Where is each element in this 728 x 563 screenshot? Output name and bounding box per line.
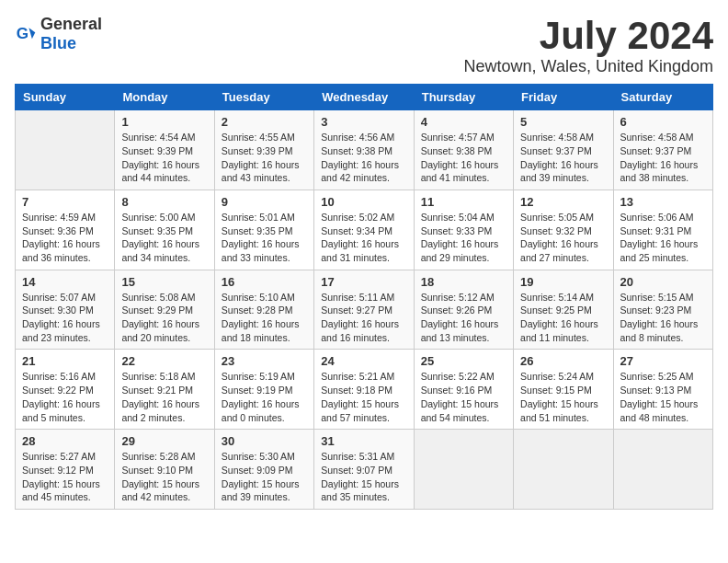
day-number: 4 — [421, 115, 506, 129]
day-info: Sunrise: 5:11 AM Sunset: 9:27 PM Dayligh… — [321, 291, 406, 345]
calendar-cell: 18Sunrise: 5:12 AM Sunset: 9:26 PM Dayli… — [414, 270, 513, 350]
day-info: Sunrise: 5:01 AM Sunset: 9:35 PM Dayligh… — [222, 211, 307, 265]
calendar-cell: 4Sunrise: 4:57 AM Sunset: 9:38 PM Daylig… — [414, 110, 513, 190]
day-number: 17 — [321, 275, 406, 289]
calendar-cell: 10Sunrise: 5:02 AM Sunset: 9:34 PM Dayli… — [314, 190, 414, 270]
day-info: Sunrise: 5:28 AM Sunset: 9:10 PM Dayligh… — [121, 450, 207, 504]
calendar-cell: 31Sunrise: 5:31 AM Sunset: 9:07 PM Dayli… — [314, 430, 414, 510]
calendar-cell: 21Sunrise: 5:16 AM Sunset: 9:22 PM Dayli… — [16, 350, 115, 430]
day-number: 31 — [321, 434, 406, 448]
day-number: 30 — [222, 434, 307, 448]
day-header-sunday: Sunday — [16, 85, 115, 110]
calendar-cell — [613, 430, 712, 510]
calendar-cell: 28Sunrise: 5:27 AM Sunset: 9:12 PM Dayli… — [16, 430, 115, 510]
day-header-monday: Monday — [115, 85, 214, 110]
calendar-cell: 25Sunrise: 5:22 AM Sunset: 9:16 PM Dayli… — [414, 350, 513, 430]
day-info: Sunrise: 5:18 AM Sunset: 9:21 PM Dayligh… — [121, 370, 207, 424]
calendar-cell: 12Sunrise: 5:05 AM Sunset: 9:32 PM Dayli… — [514, 190, 613, 270]
day-info: Sunrise: 5:19 AM Sunset: 9:19 PM Dayligh… — [222, 370, 307, 424]
calendar-cell: 13Sunrise: 5:06 AM Sunset: 9:31 PM Dayli… — [613, 190, 712, 270]
calendar-week-row: 28Sunrise: 5:27 AM Sunset: 9:12 PM Dayli… — [16, 430, 713, 510]
day-info: Sunrise: 5:05 AM Sunset: 9:32 PM Dayligh… — [520, 211, 606, 265]
calendar-cell: 8Sunrise: 5:00 AM Sunset: 9:35 PM Daylig… — [115, 190, 214, 270]
day-number: 8 — [121, 195, 207, 209]
calendar-cell: 7Sunrise: 4:59 AM Sunset: 9:36 PM Daylig… — [16, 190, 115, 270]
day-info: Sunrise: 4:56 AM Sunset: 9:38 PM Dayligh… — [321, 131, 406, 185]
svg-text:G: G — [17, 24, 28, 42]
calendar-cell: 26Sunrise: 5:24 AM Sunset: 9:15 PM Dayli… — [514, 350, 613, 430]
calendar-cell: 22Sunrise: 5:18 AM Sunset: 9:21 PM Dayli… — [115, 350, 214, 430]
calendar-week-row: 14Sunrise: 5:07 AM Sunset: 9:30 PM Dayli… — [16, 270, 713, 350]
day-info: Sunrise: 5:02 AM Sunset: 9:34 PM Dayligh… — [321, 211, 406, 265]
day-info: Sunrise: 4:59 AM Sunset: 9:36 PM Dayligh… — [22, 211, 108, 265]
day-info: Sunrise: 5:00 AM Sunset: 9:35 PM Dayligh… — [121, 211, 207, 265]
day-number: 29 — [121, 434, 207, 448]
logo-general: General — [40, 15, 102, 33]
day-number: 6 — [620, 115, 706, 129]
logo-text: General Blue — [40, 15, 102, 53]
day-info: Sunrise: 4:54 AM Sunset: 9:39 PM Dayligh… — [121, 131, 207, 185]
day-number: 27 — [620, 354, 706, 368]
calendar-cell: 20Sunrise: 5:15 AM Sunset: 9:23 PM Dayli… — [613, 270, 712, 350]
day-number: 20 — [620, 275, 706, 289]
day-number: 15 — [121, 275, 207, 289]
day-header-saturday: Saturday — [613, 85, 712, 110]
day-header-tuesday: Tuesday — [214, 85, 313, 110]
day-number: 9 — [222, 195, 307, 209]
calendar-cell: 14Sunrise: 5:07 AM Sunset: 9:30 PM Dayli… — [16, 270, 115, 350]
day-info: Sunrise: 5:25 AM Sunset: 9:13 PM Dayligh… — [620, 370, 706, 424]
day-info: Sunrise: 4:55 AM Sunset: 9:39 PM Dayligh… — [222, 131, 307, 185]
header: G General Blue July 2024 Newtown, Wales,… — [15, 15, 713, 76]
day-number: 11 — [421, 195, 506, 209]
day-info: Sunrise: 5:15 AM Sunset: 9:23 PM Dayligh… — [620, 291, 706, 345]
calendar-cell: 16Sunrise: 5:10 AM Sunset: 9:28 PM Dayli… — [214, 270, 313, 350]
calendar-cell: 19Sunrise: 5:14 AM Sunset: 9:25 PM Dayli… — [514, 270, 613, 350]
calendar-cell: 3Sunrise: 4:56 AM Sunset: 9:38 PM Daylig… — [314, 110, 414, 190]
calendar-cell: 15Sunrise: 5:08 AM Sunset: 9:29 PM Dayli… — [115, 270, 214, 350]
day-number: 25 — [421, 354, 506, 368]
calendar-cell: 6Sunrise: 4:58 AM Sunset: 9:37 PM Daylig… — [613, 110, 712, 190]
day-number: 2 — [222, 115, 307, 129]
calendar-week-row: 1Sunrise: 4:54 AM Sunset: 9:39 PM Daylig… — [16, 110, 713, 190]
day-header-thursday: Thursday — [414, 85, 513, 110]
day-number: 14 — [22, 275, 108, 289]
day-info: Sunrise: 4:58 AM Sunset: 9:37 PM Dayligh… — [620, 131, 706, 185]
day-number: 13 — [620, 195, 706, 209]
day-number: 26 — [520, 354, 606, 368]
calendar-cell — [16, 110, 115, 190]
day-number: 7 — [22, 195, 108, 209]
day-number: 16 — [222, 275, 307, 289]
calendar-cell: 9Sunrise: 5:01 AM Sunset: 9:35 PM Daylig… — [214, 190, 313, 270]
calendar-cell: 5Sunrise: 4:58 AM Sunset: 9:37 PM Daylig… — [514, 110, 613, 190]
calendar-cell: 30Sunrise: 5:30 AM Sunset: 9:09 PM Dayli… — [214, 430, 313, 510]
day-info: Sunrise: 5:07 AM Sunset: 9:30 PM Dayligh… — [22, 291, 108, 345]
day-info: Sunrise: 5:31 AM Sunset: 9:07 PM Dayligh… — [321, 450, 406, 504]
day-info: Sunrise: 5:10 AM Sunset: 9:28 PM Dayligh… — [222, 291, 307, 345]
calendar-week-row: 21Sunrise: 5:16 AM Sunset: 9:22 PM Dayli… — [16, 350, 713, 430]
calendar-table: SundayMondayTuesdayWednesdayThursdayFrid… — [15, 84, 713, 510]
calendar-cell — [414, 430, 513, 510]
day-info: Sunrise: 4:57 AM Sunset: 9:38 PM Dayligh… — [421, 131, 506, 185]
calendar-cell — [514, 430, 613, 510]
calendar-cell: 27Sunrise: 5:25 AM Sunset: 9:13 PM Dayli… — [613, 350, 712, 430]
day-info: Sunrise: 5:30 AM Sunset: 9:09 PM Dayligh… — [222, 450, 307, 504]
month-title: July 2024 — [464, 15, 713, 57]
day-number: 1 — [121, 115, 207, 129]
calendar-cell: 11Sunrise: 5:04 AM Sunset: 9:33 PM Dayli… — [414, 190, 513, 270]
day-number: 22 — [121, 354, 207, 368]
day-header-wednesday: Wednesday — [314, 85, 414, 110]
day-info: Sunrise: 5:27 AM Sunset: 9:12 PM Dayligh… — [22, 450, 108, 504]
calendar-cell: 23Sunrise: 5:19 AM Sunset: 9:19 PM Dayli… — [214, 350, 313, 430]
logo-icon: G — [15, 23, 37, 45]
day-info: Sunrise: 4:58 AM Sunset: 9:37 PM Dayligh… — [520, 131, 606, 185]
calendar-cell: 2Sunrise: 4:55 AM Sunset: 9:39 PM Daylig… — [214, 110, 313, 190]
day-number: 24 — [321, 354, 406, 368]
day-info: Sunrise: 5:21 AM Sunset: 9:18 PM Dayligh… — [321, 370, 406, 424]
calendar-cell: 29Sunrise: 5:28 AM Sunset: 9:10 PM Dayli… — [115, 430, 214, 510]
location-title: Newtown, Wales, United Kingdom — [464, 57, 713, 76]
day-info: Sunrise: 5:24 AM Sunset: 9:15 PM Dayligh… — [520, 370, 606, 424]
logo: G General Blue — [15, 15, 102, 53]
day-info: Sunrise: 5:14 AM Sunset: 9:25 PM Dayligh… — [520, 291, 606, 345]
day-header-friday: Friday — [514, 85, 613, 110]
title-area: July 2024 Newtown, Wales, United Kingdom — [464, 15, 713, 76]
